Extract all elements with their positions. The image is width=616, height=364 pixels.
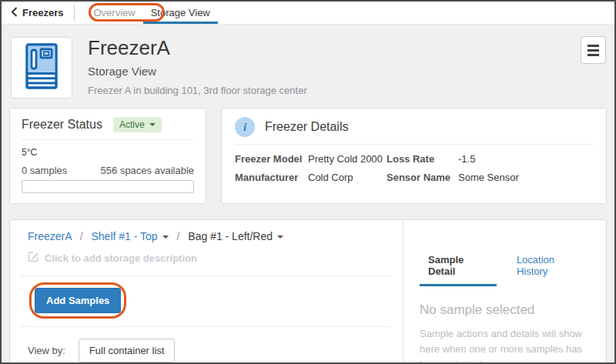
status-divider [22,139,194,140]
freezer-status-card: Freezer Status Active 5°C 0 samples 556 … [9,108,206,204]
page-title: FreezerA [88,37,307,59]
detail-label: Loss Rate [387,153,458,165]
caret-down-icon[interactable] [162,235,169,239]
status-badge-label: Active [119,119,145,130]
description-placeholder-text: Click to add storage description [45,252,197,264]
breadcrumb-separator: / [177,230,180,242]
caret-down-icon[interactable] [277,235,283,239]
breadcrumb-freezer-link[interactable]: FreezerA [28,230,72,242]
detail-value: -1.5 [458,153,593,165]
freezer-icon [19,42,64,93]
breadcrumb-shelf-dropdown[interactable]: Shelf #1 - Top [91,230,157,242]
no-sample-selected-title: No sample selected [420,302,591,318]
capacity-progress-bar [22,180,194,193]
nav-divider [74,5,75,21]
sample-detail-section: Sample Detail Location History No sample… [403,220,606,364]
tab-location-history[interactable]: Location History [508,254,591,286]
freezer-description: Freezer A in building 101, 3rd floor sto… [88,85,307,96]
detail-value: Pretty Cold 2000 [308,153,387,165]
page-subtitle: Storage View [88,65,307,78]
detail-label: Sensor Name [387,172,458,183]
view-by-row: View by: Full container list [28,339,392,362]
freezer-details-title: Freezer Details [265,120,348,134]
storage-divider-bottom [21,326,392,327]
summary-cards-row: Freezer Status Active 5°C 0 samples 556 … [9,108,607,204]
detail-value: Cold Corp [308,172,387,183]
tab-storage-view-label: Storage View [151,7,210,18]
status-dropdown-badge[interactable]: Active [113,117,162,132]
view-by-dropdown[interactable]: Full container list [79,339,176,362]
detail-label: Manufacturer [235,172,308,183]
breadcrumb-bag-label: Bag #1 - Left/Red [188,230,273,242]
storage-divider-top [21,276,392,276]
no-sample-selected-message: Sample actions and details will show her… [420,326,591,364]
hamburger-menu-icon [588,45,599,56]
breadcrumb-bag-dropdown[interactable]: Bag #1 - Left/Red [188,230,283,242]
freezer-header: FreezerA Storage View Freezer A in build… [2,25,614,108]
details-grid: Freezer Model Pretty Cold 2000 Loss Rate… [235,153,593,183]
add-samples-wrapper: Add Samples [29,282,126,319]
app-window: Freezers Overview Storage View [0,0,616,364]
samples-count: 0 samples [22,165,67,176]
info-icon: i [235,117,255,137]
spaces-available: 556 spaces available [101,165,194,176]
temperature-value: 5°C [22,147,194,158]
breadcrumb-separator: / [80,230,83,242]
tab-sample-detail[interactable]: Sample Detail [420,254,497,286]
tab-overview-label: Overview [93,7,135,18]
view-by-label: View by: [28,345,65,356]
freezer-details-card: i Freezer Details Freezer Model Pretty C… [221,108,607,204]
storage-tree-section: FreezerA / Shelf #1 - Top / Bag #1 - Lef… [10,220,403,364]
tab-overview[interactable]: Overview [85,2,142,24]
manage-menu-button[interactable] [581,36,606,64]
top-nav-bar: Freezers Overview Storage View [2,2,614,25]
sample-panel-tabs: Sample Detail Location History [420,254,591,286]
back-to-freezers-link[interactable]: Freezers [11,2,63,24]
back-link-label: Freezers [22,7,63,18]
add-samples-button[interactable]: Add Samples [35,288,121,313]
freezer-status-title: Freezer Status [22,118,102,132]
breadcrumb-shelf-label: Shelf #1 - Top [91,230,157,242]
freezer-icon-card [11,37,72,99]
storage-panel: FreezerA / Shelf #1 - Top / Bag #1 - Lef… [9,219,607,364]
details-divider [235,144,593,145]
chevron-left-icon [11,7,18,19]
storage-breadcrumb: FreezerA / Shelf #1 - Top / Bag #1 - Lef… [28,230,392,242]
header-text: FreezerA Storage View Freezer A in build… [88,37,307,99]
detail-label: Freezer Model [235,153,308,165]
caret-down-icon [149,123,156,126]
tab-storage-view[interactable]: Storage View [143,2,218,24]
edit-icon [28,251,39,265]
detail-value: Some Sensor [458,172,593,183]
add-storage-description[interactable]: Click to add storage description [28,251,392,265]
